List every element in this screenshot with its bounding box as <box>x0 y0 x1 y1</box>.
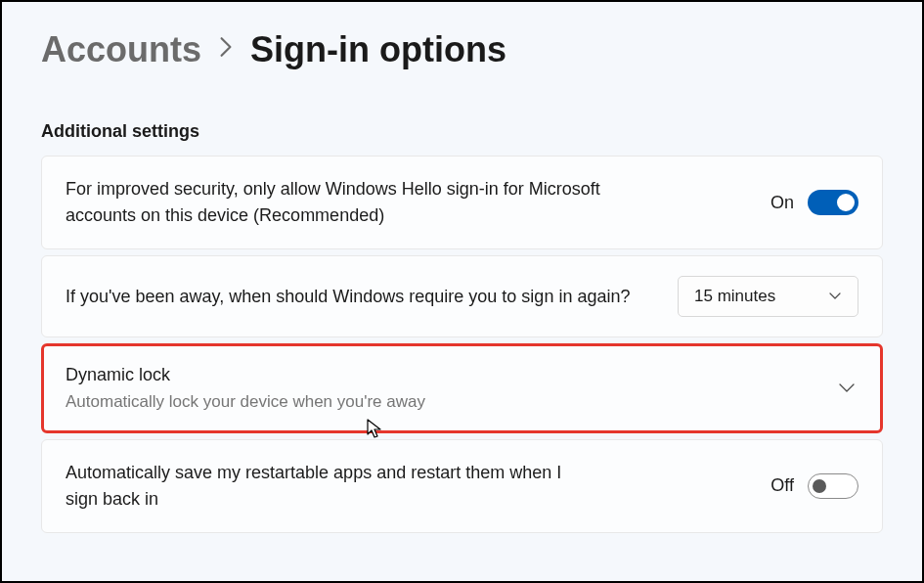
chevron-right-icon <box>219 36 233 64</box>
setting-label: Dynamic lock <box>66 362 806 388</box>
section-heading: Additional settings <box>41 121 883 142</box>
setting-dynamic-lock[interactable]: Dynamic lock Automatically lock your dev… <box>41 343 883 433</box>
setting-hello-signin: For improved security, only allow Window… <box>41 156 883 249</box>
breadcrumb-parent[interactable]: Accounts <box>41 29 201 70</box>
setting-sublabel: Automatically lock your device when you'… <box>66 390 806 415</box>
chevron-down-icon[interactable] <box>835 377 858 400</box>
restartable-apps-toggle[interactable] <box>808 473 858 499</box>
dropdown-value: 15 minutes <box>694 287 775 306</box>
toggle-state-label: On <box>770 193 794 213</box>
setting-label: For improved security, only allow Window… <box>66 176 623 229</box>
page-title: Sign-in options <box>250 29 506 70</box>
away-timeout-dropdown[interactable]: 15 minutes <box>678 276 858 317</box>
chevron-down-icon <box>828 290 842 303</box>
setting-restartable-apps: Automatically save my restartable apps a… <box>41 439 883 533</box>
setting-away-timeout: If you've been away, when should Windows… <box>41 255 883 337</box>
toggle-state-label: Off <box>770 475 794 496</box>
setting-label: Automatically save my restartable apps a… <box>66 460 594 513</box>
breadcrumb[interactable]: Accounts Sign-in options <box>41 29 883 70</box>
hello-signin-toggle[interactable] <box>808 190 858 215</box>
setting-label: If you've been away, when should Windows… <box>66 284 642 310</box>
